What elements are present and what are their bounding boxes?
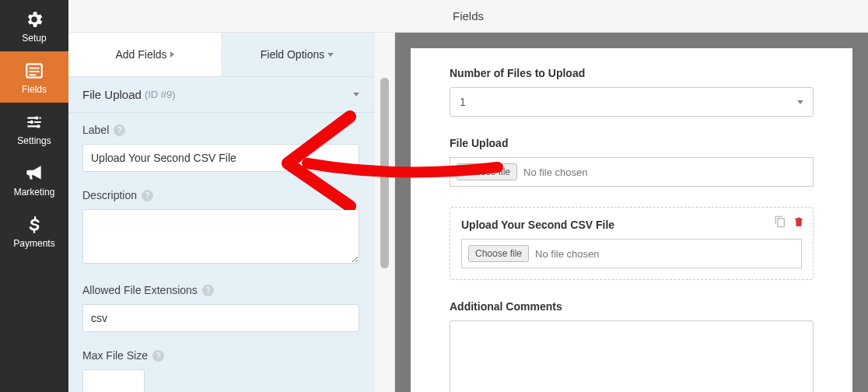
nav-label: Fields <box>22 84 47 95</box>
topbar: Fields <box>68 0 868 33</box>
file-input-1[interactable]: Choose file No file chosen <box>450 157 814 187</box>
description-input[interactable] <box>82 209 359 264</box>
chevron-right-icon <box>170 51 174 58</box>
tab-label: Add Fields <box>115 48 166 61</box>
svg-rect-2 <box>30 71 40 72</box>
dollar-icon <box>24 215 44 235</box>
gear-icon <box>24 9 44 30</box>
nav-payments[interactable]: Payments <box>0 205 68 257</box>
nav-setup[interactable]: Setup <box>0 0 68 51</box>
preview-file-upload-2-label: Upload Your Second CSV File <box>461 219 802 231</box>
file-input-2[interactable]: Choose file No file chosen <box>461 239 802 268</box>
no-file-text: No file chosen <box>535 248 599 260</box>
help-icon[interactable]: ? <box>202 285 214 296</box>
options-panel: Add Fields Field Options File Upload (ID… <box>68 33 373 392</box>
num-files-select[interactable]: 1 <box>450 87 814 117</box>
scroll-gutter <box>373 33 395 392</box>
nav-label: Marketing <box>14 187 55 198</box>
tab-field-options[interactable]: Field Options <box>221 33 373 76</box>
preview-file-upload-label: File Upload <box>450 137 814 149</box>
comments-textarea[interactable] <box>450 320 814 392</box>
description-label: Description <box>82 189 137 201</box>
chevron-down-icon <box>797 100 803 104</box>
nav-marketing[interactable]: Marketing <box>0 154 68 205</box>
choose-file-button[interactable]: Choose file <box>468 245 529 262</box>
nav-label: Setup <box>22 33 46 44</box>
no-file-text: No file chosen <box>523 166 587 178</box>
svg-point-4 <box>35 116 38 119</box>
side-nav: Setup Fields Settings Marketing Payments <box>0 0 68 392</box>
svg-point-6 <box>37 124 40 128</box>
section-header[interactable]: File Upload (ID #9) <box>68 76 373 113</box>
nav-label: Settings <box>17 135 51 146</box>
help-icon[interactable]: ? <box>152 350 164 362</box>
maxsize-label: Max File Size <box>82 349 148 362</box>
tab-label: Field Options <box>261 48 324 61</box>
help-icon[interactable]: ? <box>114 124 125 136</box>
svg-rect-1 <box>30 68 40 69</box>
duplicate-icon[interactable] <box>774 215 786 228</box>
preview-field-selected[interactable]: Upload Your Second CSV File Choose file … <box>450 207 814 280</box>
tab-add-fields[interactable]: Add Fields <box>68 33 221 76</box>
section-title: File Upload <box>82 88 142 101</box>
bullhorn-icon <box>24 163 44 184</box>
sliders-icon <box>24 112 44 132</box>
chevron-down-icon <box>353 93 359 96</box>
scrollbar-thumb[interactable] <box>380 78 389 268</box>
svg-rect-3 <box>30 74 37 75</box>
extensions-input[interactable] <box>82 304 359 332</box>
chevron-down-icon <box>327 53 334 57</box>
select-value: 1 <box>460 96 466 108</box>
choose-file-button[interactable]: Choose file <box>457 163 517 180</box>
nav-fields[interactable]: Fields <box>0 51 68 103</box>
nav-settings[interactable]: Settings <box>0 103 68 154</box>
maxsize-input[interactable] <box>82 369 145 392</box>
help-icon[interactable]: ? <box>142 190 153 201</box>
label-label: Label <box>82 124 109 136</box>
preview-area: Number of Files to Upload 1 File Upload … <box>395 33 868 392</box>
extensions-label: Allowed File Extensions <box>82 284 198 296</box>
topbar-title: Fields <box>453 9 484 23</box>
section-id: (ID #9) <box>145 89 176 100</box>
main-area: Fields Add Fields Field Options File Up <box>68 0 868 392</box>
preview-num-files-label: Number of Files to Upload <box>450 67 814 79</box>
label-input[interactable] <box>82 144 359 172</box>
preview-comments-label: Additional Comments <box>450 300 814 313</box>
nav-label: Payments <box>13 238 54 249</box>
trash-icon[interactable] <box>793 215 805 228</box>
svg-point-5 <box>30 121 33 124</box>
list-icon <box>24 61 44 81</box>
